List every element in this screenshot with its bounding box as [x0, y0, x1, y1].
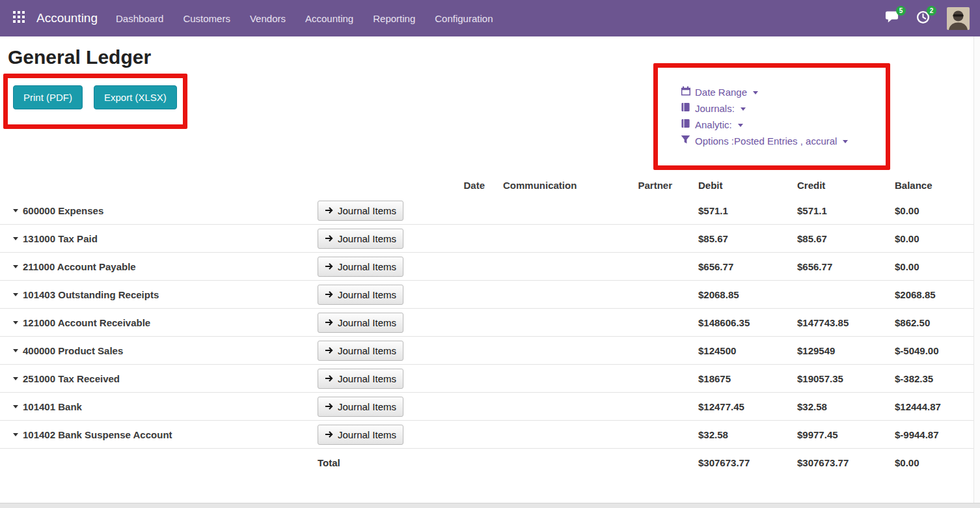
- journal-items-label: Journal Items: [338, 373, 396, 384]
- credit-cell: $571.1: [789, 205, 886, 216]
- balance-cell: $0.00: [886, 205, 973, 216]
- journal-items-button[interactable]: Journal Items: [318, 369, 403, 389]
- journal-items-label: Journal Items: [338, 205, 396, 216]
- credit-cell: $32.58: [789, 401, 886, 412]
- filter-label: Options :Posted Entries , accural: [695, 134, 837, 148]
- collapse-caret-icon[interactable]: [13, 293, 18, 296]
- vertical-scrollbar[interactable]: [973, 36, 980, 503]
- debit-cell: $18675: [690, 373, 789, 384]
- table-body: 600000 Expenses Journal Items $571.1 $57…: [0, 197, 973, 449]
- arrow-right-icon: [325, 318, 333, 326]
- credit-cell: $147743.85: [789, 317, 886, 328]
- journal-items-button[interactable]: Journal Items: [318, 201, 403, 221]
- filter-label: Journals:: [695, 102, 735, 116]
- journal-items-label: Journal Items: [338, 345, 396, 356]
- balance-cell: $862.50: [886, 317, 973, 328]
- account-name: 251000 Tax Received: [23, 373, 120, 384]
- journal-items-button[interactable]: Journal Items: [318, 313, 403, 333]
- arrow-right-icon: [325, 290, 333, 298]
- journal-items-label: Journal Items: [338, 233, 396, 244]
- table-row: 600000 Expenses Journal Items $571.1 $57…: [0, 197, 973, 225]
- filter-analytic[interactable]: Analytic:: [681, 118, 848, 132]
- collapse-caret-icon[interactable]: [13, 349, 18, 352]
- account-name: 211000 Account Payable: [23, 261, 136, 272]
- collapse-caret-icon[interactable]: [13, 237, 18, 240]
- journal-items-button[interactable]: Journal Items: [318, 257, 403, 277]
- app-brand[interactable]: Accounting: [36, 11, 98, 25]
- header-debit: Debit: [690, 180, 789, 191]
- activities-button[interactable]: 2: [916, 10, 930, 27]
- table-header-row: Date Communication Partner Debit Credit …: [0, 173, 973, 197]
- debit-cell: $12477.45: [690, 401, 789, 412]
- export-xlsx-button[interactable]: Export (XLSX): [94, 85, 177, 109]
- activities-count-badge: 2: [927, 6, 936, 16]
- arrow-right-icon: [325, 374, 333, 382]
- account-name: 101401 Bank: [23, 401, 82, 412]
- account-name: 131000 Tax Paid: [23, 233, 98, 244]
- filter-label: Date Range: [695, 85, 747, 100]
- credit-cell: $19057.35: [789, 373, 886, 384]
- debit-cell: $2068.85: [690, 289, 789, 300]
- filter-journals[interactable]: Journals:: [681, 102, 848, 116]
- apps-menu-button[interactable]: [7, 0, 31, 36]
- filter-funnel-icon: [681, 134, 690, 148]
- nav-item-configuration[interactable]: Configuration: [435, 13, 493, 24]
- nav-item-dashboard[interactable]: Dashboard: [116, 13, 163, 24]
- total-debit: $307673.77: [690, 457, 789, 468]
- journal-book-icon: [681, 118, 690, 132]
- header-communication: Communication: [488, 180, 618, 191]
- journal-items-label: Journal Items: [338, 317, 396, 328]
- main-menu: Dashboard Customers Vendors Accounting R…: [116, 13, 493, 24]
- account-name: 600000 Expenses: [23, 205, 103, 216]
- arrow-right-icon: [325, 234, 333, 242]
- bottom-edge: [0, 503, 980, 508]
- journal-items-button[interactable]: Journal Items: [318, 229, 403, 249]
- journal-items-label: Journal Items: [338, 289, 396, 300]
- nav-item-vendors[interactable]: Vendors: [250, 13, 286, 24]
- balance-cell: $-9944.87: [886, 429, 973, 440]
- header-partner: Partner: [618, 180, 690, 191]
- table-total-row: Total $307673.77 $307673.77 $0.00: [0, 449, 973, 477]
- header-credit: Credit: [789, 180, 886, 191]
- apps-grid-icon: [13, 11, 25, 25]
- journal-items-label: Journal Items: [338, 261, 396, 272]
- journal-items-button[interactable]: Journal Items: [318, 425, 403, 445]
- page-title: General Ledger: [8, 46, 980, 68]
- filter-date-range[interactable]: Date Range: [681, 85, 848, 100]
- credit-cell: $656.77: [789, 261, 886, 272]
- chevron-down-icon: [738, 124, 743, 127]
- debit-cell: $85.67: [690, 233, 789, 244]
- arrow-right-icon: [325, 430, 333, 438]
- user-avatar[interactable]: [947, 7, 970, 30]
- collapse-caret-icon[interactable]: [13, 265, 18, 268]
- filter-options[interactable]: Options :Posted Entries , accural: [681, 134, 848, 148]
- journal-items-button[interactable]: Journal Items: [318, 341, 403, 361]
- collapse-caret-icon[interactable]: [13, 377, 18, 380]
- debit-cell: $124500: [690, 345, 789, 356]
- messages-button[interactable]: 5: [885, 10, 899, 26]
- credit-cell: $85.67: [789, 233, 886, 244]
- collapse-caret-icon[interactable]: [13, 209, 18, 212]
- debit-cell: $656.77: [690, 261, 789, 272]
- table-row: 211000 Account Payable Journal Items $65…: [0, 253, 973, 281]
- nav-item-customers[interactable]: Customers: [183, 13, 230, 24]
- journal-items-label: Journal Items: [338, 429, 396, 440]
- arrow-right-icon: [325, 402, 333, 410]
- journal-items-button[interactable]: Journal Items: [318, 285, 403, 305]
- collapse-caret-icon[interactable]: [13, 321, 18, 324]
- collapse-caret-icon[interactable]: [13, 405, 18, 408]
- debit-cell: $32.58: [690, 429, 789, 440]
- credit-cell: $9977.45: [789, 429, 886, 440]
- messages-count-badge: 5: [896, 6, 906, 16]
- credit-cell: $129549: [789, 345, 886, 356]
- print-pdf-button[interactable]: Print (PDF): [13, 85, 83, 109]
- journal-items-button[interactable]: Journal Items: [318, 397, 403, 417]
- navbar-systray: 5 2: [885, 7, 970, 30]
- journal-items-label: Journal Items: [338, 401, 396, 412]
- nav-item-reporting[interactable]: Reporting: [373, 13, 415, 24]
- collapse-caret-icon[interactable]: [13, 433, 18, 436]
- debit-cell: $571.1: [690, 205, 789, 216]
- nav-item-accounting[interactable]: Accounting: [305, 13, 353, 24]
- report-filters: Date Range Journals: Analytic: Options: [681, 85, 848, 148]
- table-row: 121000 Account Receivable Journal Items …: [0, 309, 973, 337]
